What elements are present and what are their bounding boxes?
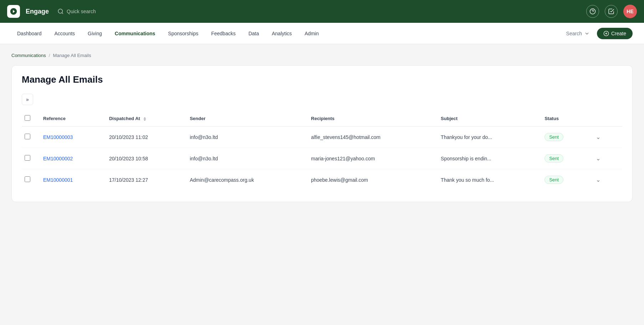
row-expand-cell: ⌄ [587, 169, 622, 191]
breadcrumb-parent[interactable]: Communications [11, 53, 46, 58]
reference-link[interactable]: EM10000001 [43, 177, 73, 183]
user-avatar[interactable]: HE [623, 5, 637, 18]
page-container: Manage All Emails » Reference Dispatched… [11, 65, 633, 202]
status-badge: Sent [545, 154, 563, 162]
row-status: Sent [539, 169, 587, 191]
table-row: EM10000001 17/10/2023 12:27 Admin@careco… [22, 169, 622, 191]
row-recipients: maria-jones121@yahoo.com [305, 148, 435, 169]
nav-item-communications[interactable]: Communications [109, 28, 161, 39]
row-reference: EM10000002 [37, 148, 103, 169]
checkbox-icon [608, 8, 614, 15]
row-checkbox[interactable] [25, 155, 30, 161]
navbar: Dashboard Accounts Giving Communications… [0, 23, 644, 44]
create-button[interactable]: Create [597, 28, 633, 39]
sort-icon [143, 117, 147, 121]
select-all-checkbox[interactable] [25, 115, 30, 121]
svg-point-0 [58, 9, 62, 13]
col-status: Status [539, 111, 587, 127]
email-rows: EM10000003 20/10/2023 11:02 info@n3o.ltd… [22, 127, 622, 191]
row-subject: Thank you so much fo... [435, 169, 539, 191]
row-dispatched-at: 20/10/2023 10:58 [103, 148, 184, 169]
nav-search[interactable]: Search [563, 29, 593, 38]
help-button[interactable] [586, 5, 599, 18]
table-row: EM10000002 20/10/2023 10:58 info@n3o.ltd… [22, 148, 622, 169]
chevron-down-icon [584, 31, 590, 36]
page-title: Manage All Emails [22, 74, 622, 85]
nav-item-giving[interactable]: Giving [82, 28, 108, 39]
topbar: Engage Quick search HE [0, 0, 644, 23]
double-chevron-icon: » [26, 97, 29, 102]
row-status: Sent [539, 127, 587, 148]
breadcrumb-current: Manage All Emails [53, 53, 91, 58]
row-checkbox[interactable] [25, 134, 30, 139]
app-logo[interactable] [7, 5, 20, 18]
tasks-button[interactable] [605, 5, 618, 18]
quick-search[interactable]: Quick search [57, 8, 96, 15]
row-recipients: phoebe.lewis@gmail.com [305, 169, 435, 191]
nav-item-admin[interactable]: Admin [299, 28, 324, 39]
row-checkbox-cell [22, 127, 37, 148]
row-dispatched-at: 20/10/2023 11:02 [103, 127, 184, 148]
reference-link[interactable]: EM10000002 [43, 156, 73, 161]
status-badge: Sent [545, 176, 563, 184]
row-status: Sent [539, 148, 587, 169]
col-sender: Sender [184, 111, 305, 127]
row-expand-button[interactable]: ⌄ [593, 175, 603, 185]
row-reference: EM10000003 [37, 127, 103, 148]
nav-item-feedbacks[interactable]: Feedbacks [205, 28, 241, 39]
search-icon [57, 8, 64, 15]
col-subject: Subject [435, 111, 539, 127]
nav-items: Dashboard Accounts Giving Communications… [11, 28, 563, 39]
row-expand-button[interactable]: ⌄ [593, 154, 603, 163]
emails-table: Reference Dispatched At Sender Rec [22, 111, 622, 190]
row-expand-button[interactable]: ⌄ [593, 132, 603, 142]
col-expand [587, 111, 622, 127]
nav-item-data[interactable]: Data [243, 28, 265, 39]
search-label: Search [566, 31, 582, 36]
row-checkbox-cell [22, 169, 37, 191]
select-all-header [22, 111, 37, 127]
reference-link[interactable]: EM10000003 [43, 134, 73, 140]
emails-table-wrapper: Reference Dispatched At Sender Rec [22, 111, 622, 190]
status-badge: Sent [545, 133, 563, 141]
col-reference: Reference [37, 111, 103, 127]
breadcrumb-separator: / [49, 53, 50, 58]
row-reference: EM10000001 [37, 169, 103, 191]
row-checkbox[interactable] [25, 176, 30, 182]
nav-item-dashboard[interactable]: Dashboard [11, 28, 47, 39]
row-recipients: alfie_stevens145@hotmail.com [305, 127, 435, 148]
row-sender: info@n3o.ltd [184, 127, 305, 148]
expand-filters-button[interactable]: » [22, 94, 33, 105]
row-dispatched-at: 17/10/2023 12:27 [103, 169, 184, 191]
table-row: EM10000003 20/10/2023 11:02 info@n3o.ltd… [22, 127, 622, 148]
nav-item-analytics[interactable]: Analytics [266, 28, 297, 39]
nav-item-accounts[interactable]: Accounts [49, 28, 81, 39]
row-expand-cell: ⌄ [587, 148, 622, 169]
row-subject: Thankyou for your do... [435, 127, 539, 148]
row-expand-cell: ⌄ [587, 127, 622, 148]
col-recipients: Recipients [305, 111, 435, 127]
search-placeholder: Quick search [67, 9, 96, 14]
table-header-row: Reference Dispatched At Sender Rec [22, 111, 622, 127]
topbar-right: HE [586, 5, 637, 18]
nav-item-sponsorships[interactable]: Sponsorships [162, 28, 204, 39]
question-icon [589, 8, 596, 15]
row-sender: info@n3o.ltd [184, 148, 305, 169]
row-checkbox-cell [22, 148, 37, 169]
main-content: Communications / Manage All Emails Manag… [0, 44, 644, 325]
filter-row: » [22, 94, 622, 105]
row-subject: Sponsorship is endin... [435, 148, 539, 169]
col-dispatched-at[interactable]: Dispatched At [103, 111, 184, 127]
nav-right: Search Create [563, 28, 633, 39]
create-label: Create [611, 31, 626, 36]
plus-circle-icon [603, 31, 609, 36]
row-sender: Admin@carecompass.org.uk [184, 169, 305, 191]
app-name: Engage [26, 8, 49, 15]
breadcrumb: Communications / Manage All Emails [11, 53, 633, 58]
